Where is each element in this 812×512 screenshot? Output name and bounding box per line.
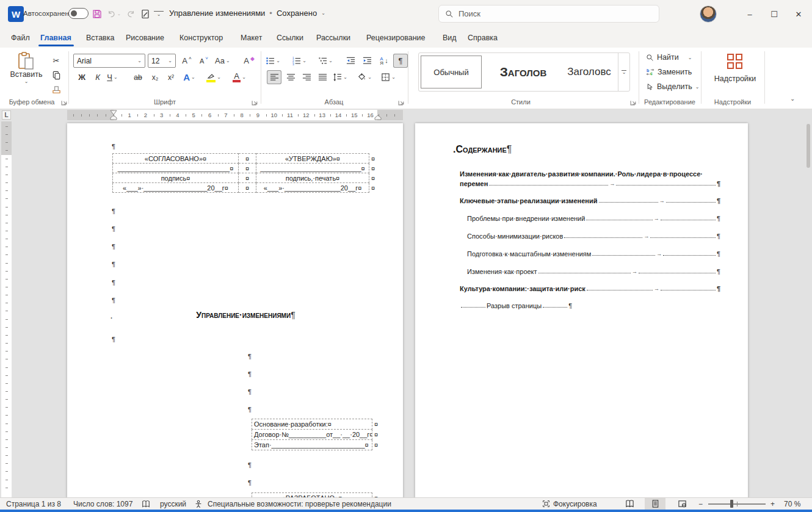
focus-mode-button[interactable]: Фокусировка (542, 498, 597, 510)
font-color-button[interactable]: А⌄ (232, 70, 247, 84)
paragraph-dialog-launcher-icon[interactable] (398, 99, 405, 106)
format-painter-button[interactable] (49, 83, 63, 97)
replace-button[interactable]: Заменить (646, 68, 692, 76)
tab-draw[interactable]: Рисование (124, 28, 166, 48)
clear-formatting-button[interactable]: А◆ (242, 54, 256, 68)
tab-references[interactable]: Ссылки (275, 28, 305, 48)
toc-entry[interactable]: Ключевые·этапы·реализации·изменений →¶ (460, 197, 720, 204)
style-normal[interactable]: Обычный (421, 56, 482, 88)
font-family-select[interactable]: Arial⌄ (73, 54, 145, 68)
save-icon[interactable] (90, 7, 104, 21)
shrink-font-button[interactable]: А˅ (197, 54, 211, 68)
bullet-list-button[interactable]: ⌄ (266, 54, 280, 68)
horizontal-ruler[interactable]: 12345678910111213141516 (67, 110, 403, 120)
toc-entry[interactable]: Изменения·как·проект →¶ (467, 268, 720, 275)
clipboard-dialog-launcher-icon[interactable] (61, 99, 68, 106)
paste-button[interactable]: Вставить ⌄ (9, 52, 44, 84)
highlight-color-button[interactable]: ⌄ (206, 70, 221, 84)
subscript-button[interactable]: x₂ (148, 70, 162, 84)
tab-design[interactable]: Конструктор (178, 28, 225, 48)
undo-icon[interactable] (105, 7, 117, 21)
accessibility-icon[interactable] (194, 498, 203, 510)
sort-button[interactable]: АЯ↓ (377, 54, 391, 68)
read-mode-button[interactable] (619, 498, 640, 510)
basis-table[interactable]: Основание·разработки:¤¤ Договор·№_______… (252, 419, 382, 450)
toc-entry[interactable]: перемен →¶ (460, 180, 720, 187)
zoom-out-button[interactable]: − (698, 498, 703, 510)
page-indicator[interactable]: Страница 1 из 8 (6, 498, 61, 510)
text-effects-button[interactable]: А⌄ (182, 70, 197, 84)
document-title-group[interactable]: Управление изменениями • Сохранено ⌄ (169, 9, 325, 18)
undo-dropdown-icon[interactable]: ⌄ (116, 7, 122, 21)
shading-button[interactable]: ⌄ (357, 70, 372, 84)
toc-entry[interactable]: Проблемы·при·внедрении·изменений →¶ (467, 215, 720, 222)
select-button[interactable]: Выделить ⌄ (646, 82, 699, 91)
style-heading2[interactable]: Заголовс (562, 56, 617, 88)
align-left-button[interactable] (267, 70, 281, 84)
zoom-in-button[interactable]: + (770, 498, 775, 510)
copy-button[interactable] (49, 68, 63, 82)
numbered-list-button[interactable]: ⌄ (292, 54, 306, 68)
tab-stop-selector[interactable]: L (2, 110, 11, 120)
developed-table[interactable]: «РАЗРАБОТАНО»¤¤ (252, 492, 382, 497)
maximize-button[interactable]: ☐ (762, 0, 786, 28)
superscript-button[interactable]: x² (164, 70, 178, 84)
toc-entry[interactable]: Культура·компании:·защита·или·риск →¶ (460, 285, 720, 292)
redo-icon[interactable] (125, 7, 137, 21)
document-page-1[interactable]: ¶ «СОГЛАСОВАНО»¤ ¤ «УТВЕРЖДАЮ»¤ ¤ ______… (67, 123, 403, 497)
word-count[interactable]: Число слов: 1097 (73, 498, 132, 510)
proofing-icon[interactable] (142, 498, 150, 510)
multilevel-list-button[interactable]: ⌄ (318, 54, 333, 68)
tab-file[interactable]: Файл (9, 28, 32, 48)
zoom-slider-handle[interactable] (730, 500, 733, 508)
accessibility-status[interactable]: Специальные возможности: проверьте реком… (208, 498, 391, 510)
increase-indent-button[interactable] (360, 54, 374, 68)
document-main-title[interactable]: Управление·изменениями¶ (113, 310, 379, 320)
zoom-level[interactable]: 70 % (784, 498, 800, 510)
find-button[interactable]: Найти ⌄ (646, 53, 692, 62)
tab-review[interactable]: Рецензирование (364, 28, 427, 48)
decrease-indent-button[interactable] (343, 54, 358, 68)
font-dialog-launcher-icon[interactable] (252, 99, 258, 106)
style-heading1[interactable]: Заголов (487, 56, 559, 88)
word-app-icon[interactable]: W (8, 6, 24, 22)
customize-qat-icon[interactable]: ⌄ (154, 11, 164, 17)
cut-button[interactable]: ✂ (49, 54, 63, 68)
line-spacing-button[interactable]: ⌄ (333, 70, 347, 84)
styles-gallery-more-button[interactable]: ⌄ (618, 53, 629, 91)
toc-heading[interactable]: .Содержание¶ (453, 144, 512, 155)
vertical-ruler[interactable] (1, 121, 12, 497)
autosave-toggle[interactable] (68, 8, 89, 19)
tab-insert[interactable]: Вставка (84, 28, 116, 48)
toc-entry[interactable]: Способы·минимизации·рисков →¶ (467, 233, 720, 240)
account-avatar[interactable] (700, 5, 717, 23)
document-canvas[interactable]: ¶ «СОГЛАСОВАНО»¤ ¤ «УТВЕРЖДАЮ»¤ ¤ ______… (12, 121, 812, 497)
print-layout-button[interactable] (645, 498, 665, 510)
align-right-button[interactable] (299, 70, 314, 84)
change-case-button[interactable]: Аа⌄ (215, 54, 230, 68)
underline-button[interactable]: Ч⌄ (105, 70, 120, 84)
strikethrough-button[interactable]: ab (131, 70, 145, 84)
approval-table[interactable]: «СОГЛАСОВАНО»¤ ¤ «УТВЕРЖДАЮ»¤ ¤ ________… (112, 153, 380, 193)
stylus-page-icon[interactable] (139, 7, 151, 21)
borders-button[interactable]: ⌄ (381, 70, 396, 84)
justify-button[interactable] (315, 70, 330, 84)
bold-button[interactable]: Ж (74, 70, 89, 84)
collapse-ribbon-icon[interactable]: ⌄ (790, 95, 795, 102)
language-indicator[interactable]: русский (160, 498, 186, 510)
grow-font-button[interactable]: А˄ (179, 54, 194, 68)
font-size-select[interactable]: 12⌄ (148, 54, 176, 68)
tab-view[interactable]: Вид (441, 28, 459, 48)
tab-help[interactable]: Справка (466, 28, 499, 48)
show-formatting-marks-button[interactable]: ¶ (393, 54, 408, 68)
align-center-button[interactable] (283, 70, 298, 84)
tab-mailings[interactable]: Рассылки (314, 28, 352, 48)
styles-dialog-launcher-icon[interactable] (630, 99, 637, 106)
vertical-scrollbar[interactable] (807, 124, 810, 168)
toc-entry[interactable]: Подготовка·к·масштабным·изменениям →¶ (467, 250, 720, 258)
minimize-button[interactable]: – (738, 0, 762, 28)
search-input[interactable]: Поиск (438, 5, 659, 23)
italic-button[interactable]: К (90, 70, 105, 84)
tab-layout[interactable]: Макет (239, 28, 264, 48)
addins-button[interactable]: Надстройки (711, 54, 759, 83)
